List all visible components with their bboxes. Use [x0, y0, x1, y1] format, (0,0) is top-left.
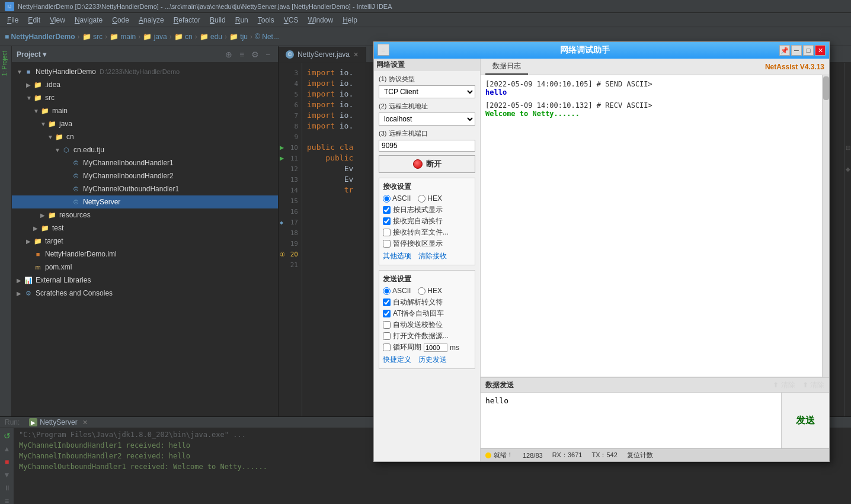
- clear-recv-btn[interactable]: ⬆ 清除: [773, 380, 795, 390]
- port-input[interactable]: [379, 140, 475, 152]
- tree-label-package: cn.edu.tju: [73, 146, 104, 154]
- breadcrumb-edu[interactable]: 📁 edu: [200, 33, 222, 41]
- run-tab-close[interactable]: ✕: [82, 419, 88, 426]
- tree-item-test[interactable]: ▶ 📁 test: [12, 221, 278, 235]
- tree-item-java[interactable]: ▼ 📁 java: [12, 117, 278, 130]
- pane-minimize-btn[interactable]: −: [263, 49, 273, 60]
- recv-ascii-radio[interactable]: ASCII: [383, 194, 411, 203]
- rerun-btn[interactable]: ↺: [2, 431, 12, 441]
- send-opt-3[interactable]: 打开文件数据源...: [383, 331, 471, 341]
- menu-view[interactable]: View: [45, 15, 70, 25]
- menu-code[interactable]: Code: [107, 15, 134, 25]
- recv-opt-3[interactable]: 暂停接收区显示: [383, 239, 471, 249]
- recv-link-other[interactable]: 其他选项: [383, 251, 411, 261]
- breadcrumb-main[interactable]: 📁 main: [110, 33, 136, 41]
- side-label-project[interactable]: 1: Project: [0, 46, 11, 81]
- recv-opt-1[interactable]: 接收完自动换行: [383, 216, 471, 226]
- send-button[interactable]: 发送: [782, 393, 829, 448]
- send-opt-4[interactable]: 循环周期 ms: [383, 342, 471, 352]
- line-4: 4: [279, 78, 302, 89]
- tree-item-iml[interactable]: ▶ ■ NettyHandlerDemo.iml: [12, 248, 278, 261]
- send-ascii-radio[interactable]: ASCII: [383, 287, 411, 295]
- menu-run[interactable]: Run: [231, 15, 253, 25]
- tree-item-handler1[interactable]: ▶ © MyChannelInboundHandler1: [12, 156, 278, 169]
- tab-close-btn[interactable]: ✕: [353, 51, 359, 59]
- pane-settings-btn[interactable]: ⚙: [249, 49, 260, 60]
- tree-item-package[interactable]: ▼ ⬡ cn.edu.tju: [12, 143, 278, 156]
- breadcrumb-tju[interactable]: 📁 tju: [229, 33, 248, 41]
- tree-item-src[interactable]: ▼ 📁 src: [12, 91, 278, 104]
- menu-file[interactable]: File: [2, 15, 23, 25]
- menu-navigate[interactable]: Navigate: [70, 15, 107, 25]
- tree-item-resources[interactable]: ▶ 📁 resources: [12, 208, 278, 221]
- tree-item-scratches[interactable]: ▶ ⚙ Scratches and Consoles: [12, 287, 278, 300]
- tree-item-main[interactable]: ▼ 📁 main: [12, 104, 278, 117]
- fold-bookmark[interactable]: ◆: [844, 163, 851, 174]
- pane-add-btn[interactable]: ⊕: [223, 49, 234, 60]
- send-link-quick[interactable]: 快捷定义: [383, 355, 411, 365]
- window-title: NettyHandlerDemo [D:\2233\NettyHandlerDe…: [18, 3, 392, 10]
- loop-period-input[interactable]: [424, 344, 447, 352]
- breadcrumb-src[interactable]: 📁 src: [82, 33, 103, 41]
- menu-build[interactable]: Build: [205, 15, 231, 25]
- send-opt-0[interactable]: 自动解析转义符: [383, 297, 471, 307]
- tree-item-nettyserver[interactable]: ▶ © NettyServer: [12, 195, 278, 208]
- send-hex-radio[interactable]: HEX: [418, 287, 442, 295]
- clear-send-btn[interactable]: ⬆ 清除: [802, 380, 824, 390]
- data-log-tab[interactable]: 数据日志: [485, 59, 528, 75]
- send-opt-2[interactable]: 自动发送校验位: [383, 320, 471, 330]
- tree-item-outbound[interactable]: ▶ © MyChannelOutboundHandler1: [12, 182, 278, 195]
- tree-item-external[interactable]: ▶ 📊 External Libraries: [12, 274, 278, 287]
- tree-item-target[interactable]: ▶ 📁 target: [12, 235, 278, 248]
- fold-10[interactable]: ⊟: [844, 142, 851, 153]
- menu-analyze[interactable]: Analyze: [134, 15, 169, 25]
- log-scrollbar[interactable]: [822, 75, 829, 377]
- stop-btn[interactable]: ■: [2, 457, 12, 467]
- pause-btn[interactable]: ⏸: [2, 483, 12, 493]
- menu-window[interactable]: Window: [303, 15, 338, 25]
- scroll-thumb[interactable]: [823, 76, 829, 100]
- recv-link-clear[interactable]: 清除接收: [418, 251, 447, 261]
- menu-tools[interactable]: Tools: [253, 15, 279, 25]
- send-opt-1[interactable]: AT指令自动回车: [383, 309, 471, 319]
- run-tab[interactable]: ▶ NettyServer ✕: [24, 417, 92, 428]
- pane-collapse-btn[interactable]: ≡: [236, 49, 247, 60]
- send-text-input[interactable]: hello: [481, 393, 782, 448]
- breadcrumb-java[interactable]: 📁 java: [143, 33, 167, 41]
- run-gutter-11[interactable]: ▶: [280, 154, 284, 162]
- stop-up-btn[interactable]: ▲: [2, 444, 12, 454]
- status-reset[interactable]: 复位计数: [627, 451, 653, 460]
- warn-20[interactable]: ①: [280, 251, 285, 258]
- protocol-select[interactable]: TCP Client: [379, 85, 475, 98]
- bookmark-17[interactable]: ◆: [280, 219, 283, 226]
- tree-item-idea[interactable]: ▶ 📁 .idea: [12, 78, 278, 91]
- tree-item-root[interactable]: ▼ ■ NettyHandlerDemo D:\2233\NettyHandle…: [12, 65, 278, 78]
- net-dialog-min-btn[interactable]: ─: [791, 45, 802, 56]
- net-dialog-max-btn[interactable]: □: [803, 45, 814, 56]
- tab-nettyserver[interactable]: © NettyServer.java ✕: [279, 47, 366, 62]
- net-dialog: ≡ 网络调试助手 📌 ─ □ ✕ 网络设置 (1) 协议类型 TCP Clien…: [373, 41, 830, 462]
- recv-opt-0[interactable]: 按日志模式显示: [383, 205, 471, 215]
- menu-refactor[interactable]: Refactor: [169, 15, 205, 25]
- connect-button[interactable]: 断开: [379, 155, 475, 173]
- wrap-btn[interactable]: ≡: [2, 496, 12, 504]
- recv-opt-2[interactable]: 接收转向至文件...: [383, 227, 471, 237]
- send-link-history[interactable]: 历史发送: [418, 355, 447, 365]
- net-dialog-close-btn[interactable]: ✕: [815, 45, 826, 56]
- menu-vcs[interactable]: VCS: [279, 15, 303, 25]
- host-select[interactable]: localhost: [379, 113, 475, 126]
- net-dialog-pin-btn[interactable]: 📌: [779, 45, 790, 56]
- net-dialog-menu-btn[interactable]: ≡: [377, 44, 389, 56]
- data-log-area[interactable]: [2022-05-09 14:00:10.105] # SEND ASCII> …: [481, 75, 822, 377]
- menu-help[interactable]: Help: [338, 15, 362, 25]
- breadcrumb-project[interactable]: ■ NettyHandlerDemo: [5, 33, 75, 41]
- menu-edit[interactable]: Edit: [23, 15, 45, 25]
- tree-item-pom[interactable]: ▶ m pom.xml: [12, 261, 278, 274]
- tree-item-handler2[interactable]: ▶ © MyChannelInboundHandler2: [12, 169, 278, 182]
- step-down-btn[interactable]: ▼: [2, 470, 12, 480]
- breadcrumb-cn[interactable]: 📁 cn: [174, 33, 193, 41]
- tree-item-cn[interactable]: ▼ 📁 cn: [12, 130, 278, 143]
- run-gutter-10[interactable]: ▶: [280, 143, 284, 152]
- recv-hex-radio[interactable]: HEX: [418, 194, 442, 203]
- breadcrumb-file[interactable]: © Net...: [255, 33, 279, 41]
